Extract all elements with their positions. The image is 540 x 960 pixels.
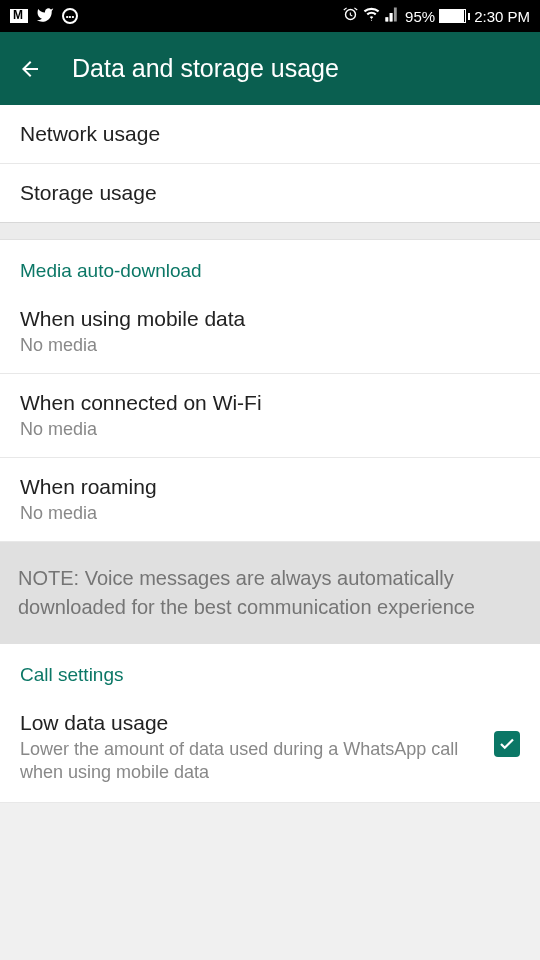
storage-usage-label: Storage usage xyxy=(20,181,520,205)
status-left: ••• xyxy=(10,6,78,27)
status-bar: ••• 95% 2:30 PM xyxy=(0,0,540,32)
low-data-checkbox[interactable] xyxy=(494,731,520,757)
page-title: Data and storage usage xyxy=(72,54,339,83)
low-data-usage-item[interactable]: Low data usage Lower the amount of data … xyxy=(0,694,540,803)
notification-dots-icon: ••• xyxy=(62,8,78,24)
signal-icon xyxy=(384,6,401,26)
status-time: 2:30 PM xyxy=(474,8,530,25)
usage-section: Network usage Storage usage xyxy=(0,105,540,222)
media-section-header: Media auto-download xyxy=(0,240,540,290)
battery-percent: 95% xyxy=(405,8,435,25)
mobile-data-subtitle: No media xyxy=(20,335,520,356)
roaming-subtitle: No media xyxy=(20,503,520,524)
mobile-data-item[interactable]: When using mobile data No media xyxy=(0,290,540,374)
roaming-title: When roaming xyxy=(20,475,520,499)
back-button[interactable] xyxy=(18,57,42,81)
app-bar: Data and storage usage xyxy=(0,32,540,105)
section-divider xyxy=(0,222,540,240)
battery-icon xyxy=(439,9,470,23)
mobile-data-title: When using mobile data xyxy=(20,307,520,331)
twitter-icon xyxy=(36,6,54,27)
gmail-icon xyxy=(10,9,28,23)
wifi-title: When connected on Wi-Fi xyxy=(20,391,520,415)
call-section-header: Call settings xyxy=(0,644,540,694)
media-note: NOTE: Voice messages are always automati… xyxy=(0,542,540,644)
wifi-subtitle: No media xyxy=(20,419,520,440)
alarm-icon xyxy=(342,6,359,26)
roaming-item[interactable]: When roaming No media xyxy=(0,458,540,542)
status-right: 95% 2:30 PM xyxy=(342,6,530,26)
wifi-item[interactable]: When connected on Wi-Fi No media xyxy=(0,374,540,458)
media-section: When using mobile data No media When con… xyxy=(0,290,540,542)
low-data-desc: Lower the amount of data used during a W… xyxy=(20,738,479,785)
storage-usage-item[interactable]: Storage usage xyxy=(0,164,540,222)
wifi-icon xyxy=(363,6,380,26)
network-usage-item[interactable]: Network usage xyxy=(0,105,540,164)
network-usage-label: Network usage xyxy=(20,122,520,146)
low-data-title: Low data usage xyxy=(20,711,479,735)
